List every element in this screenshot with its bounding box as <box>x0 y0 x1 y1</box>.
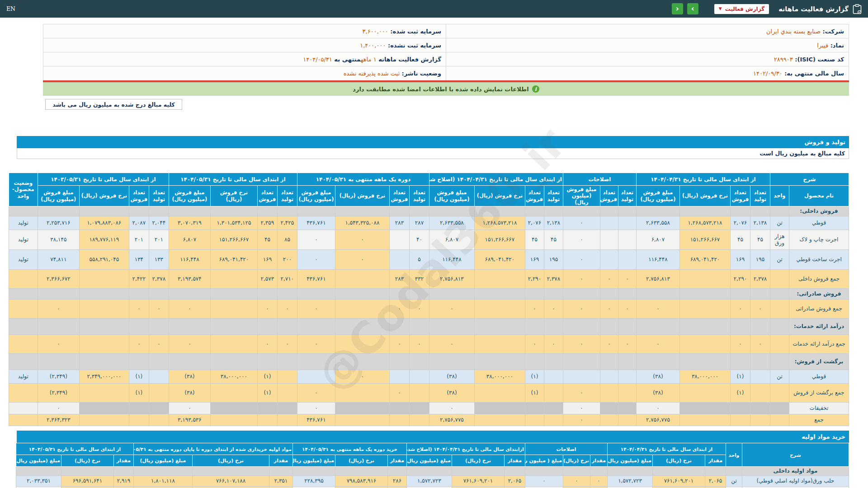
next-report-button[interactable]: › <box>687 3 698 14</box>
previous-report-button[interactable]: ‹ <box>672 3 683 14</box>
value-cell: ۴۵ <box>544 230 563 250</box>
value-cell <box>653 467 705 476</box>
info-cell: سرمایه ثبت شده: ۳,۶۰۰,۰۰۰ <box>43 24 446 38</box>
value-cell: ۲,۲۵۳,۷۱۶ <box>38 216 79 230</box>
value-cell: ۱,۳۰۱,۵۳۴,۱۲۵ <box>210 216 257 230</box>
value-cell: ۰ <box>409 300 429 319</box>
info-row: نماد: فیبراسرمایه ثبت نشده: ۱,۴۰۰,۰۰۰ <box>43 38 849 52</box>
value-cell <box>525 403 544 414</box>
value-cell: (۳۸) <box>636 384 679 403</box>
value-cell: (۳۸) <box>169 370 210 384</box>
value-cell: ۸۵ <box>277 230 297 250</box>
value-cell: ۰ <box>563 384 600 403</box>
header-cell: تعداد فروش <box>525 186 544 206</box>
value-cell: ۲,۷۱۰ <box>277 270 297 289</box>
value-cell <box>474 335 525 354</box>
value-cell: ۲,۷۵۶,۷۷۵ <box>636 414 679 426</box>
chevron-down-icon: ▼ <box>719 7 722 11</box>
value-cell <box>544 370 563 384</box>
top-bar: گزارش فعالیت ماهانه گزارش فعالیت ▼ › ‹ E… <box>0 0 868 18</box>
codal-monthly-activity-page: گزارش فعالیت ماهانه گزارش فعالیت ▼ › ‹ E… <box>0 0 868 488</box>
value-cell: ۰ <box>563 216 600 230</box>
value-cell <box>297 206 335 216</box>
value-cell <box>149 206 169 216</box>
value-cell <box>618 319 636 335</box>
value-cell: ۴۵ <box>257 230 277 250</box>
english-language-link[interactable]: EN <box>6 5 15 12</box>
section-bar-production-sales: تولید و فروش <box>17 136 849 148</box>
value-cell: ۰ <box>618 335 636 354</box>
value-cell: ۲,۳۷۸ <box>750 270 770 289</box>
value-cell: ۲,۴۲۵ <box>277 216 297 230</box>
table-row: قوطيتن۲,۱۳۸۲,۰۷۶۱,۲۶۸,۵۷۳,۲۱۸۲,۶۳۳,۵۵۸۰۲… <box>9 216 849 230</box>
value-cell <box>452 467 504 476</box>
value-cell: ۴۳۶,۷۶۱ <box>297 270 335 289</box>
header-cell: مقدار <box>504 455 525 467</box>
value-cell <box>409 403 429 414</box>
value-cell: ۲,۰۶۵ <box>705 476 726 487</box>
total-row: جمع برگشت از فروش(۱)(۳۸)۰(۱)(۳۸)۰۰(۱)(۳۸… <box>9 384 849 403</box>
value-cell <box>600 414 618 426</box>
value-cell <box>618 414 636 426</box>
value-cell <box>679 270 730 289</box>
header-cell: از ابتدای سال مالی تا تاریخ ۱۴۰۳/۰۵/۳۱ <box>38 173 169 186</box>
value-cell <box>544 354 563 370</box>
value-cell: ۶,۸۰۷ <box>429 230 474 250</box>
value-cell <box>409 370 429 384</box>
value-cell <box>679 354 730 370</box>
value-cell <box>636 289 679 300</box>
value-cell <box>600 250 618 270</box>
value-cell <box>297 289 335 300</box>
header-cell: مبلغ (میلیون ریال) <box>133 455 192 467</box>
value-cell <box>636 354 679 370</box>
value-cell: ۱,۲۶۸,۵۷۳,۲۱۸ <box>474 216 525 230</box>
value-cell <box>389 414 409 426</box>
value-cell <box>618 354 636 370</box>
value-cell <box>129 206 149 216</box>
header-cell: نرخ (ریال) <box>653 455 705 467</box>
value-cell: (۱) <box>730 370 750 384</box>
value-cell <box>149 319 169 335</box>
value-cell <box>474 206 525 216</box>
value-cell <box>297 319 335 335</box>
value-cell <box>429 354 474 370</box>
value-cell: ۰ <box>636 300 679 319</box>
value-cell <box>409 206 429 216</box>
value-cell: ۱۸ <box>387 487 406 488</box>
row-label-cell: مواد اولیه داخلی <box>742 467 849 476</box>
value-cell: ۰ <box>525 476 563 487</box>
report-type-label: گزارش فعالیت <box>725 6 764 12</box>
value-cell: ۴۳۰,۱۸۳ <box>16 487 61 488</box>
value-cell: ۰ <box>169 300 210 319</box>
value-cell: (۳۸) <box>429 384 474 403</box>
value-cell <box>726 467 742 476</box>
value-cell: ۲,۵۷۳ <box>257 270 277 289</box>
info-cell: سال مالی منتهی به: ۱۴۰۲/۰۹/۳۰ <box>446 66 849 80</box>
value-cell <box>129 354 149 370</box>
value-cell <box>770 354 789 370</box>
value-cell: تولید <box>9 250 38 270</box>
value-cell: ۳۸,۰۰۰,۰۰۰ <box>679 370 730 384</box>
value-cell <box>277 354 297 370</box>
header-cell: نرخ (ریال) <box>192 455 269 467</box>
value-cell <box>750 354 770 370</box>
value-cell: ۶۸۹,۰۴۱,۴۲۰ <box>210 250 257 270</box>
value-cell <box>770 384 789 403</box>
info-row: شرکت: صنایع بسته بندي ایرانسرمایه ثبت شد… <box>43 24 849 38</box>
info-value: ۱۴۰۲/۰۹/۳۰ <box>753 70 783 77</box>
value-cell <box>297 370 335 384</box>
value-cell <box>600 206 618 216</box>
value-cell <box>9 414 38 426</box>
report-type-dropdown[interactable]: گزارش فعالیت ▼ <box>714 4 769 14</box>
value-cell: تن <box>770 370 789 384</box>
value-cell <box>169 319 210 335</box>
value-cell: ۵۵۸,۲۹۱,۰۴۵ <box>79 250 129 270</box>
section-row: مواد اولیه داخلی <box>16 467 849 476</box>
value-cell <box>9 270 38 289</box>
header-cell: مبلغ فروش (میلیون ریال) <box>636 186 679 206</box>
value-cell <box>563 319 600 335</box>
header-cell: مقدار <box>590 455 608 467</box>
value-cell <box>38 319 79 335</box>
value-cell <box>79 289 129 300</box>
value-cell: ۰ <box>297 403 335 414</box>
